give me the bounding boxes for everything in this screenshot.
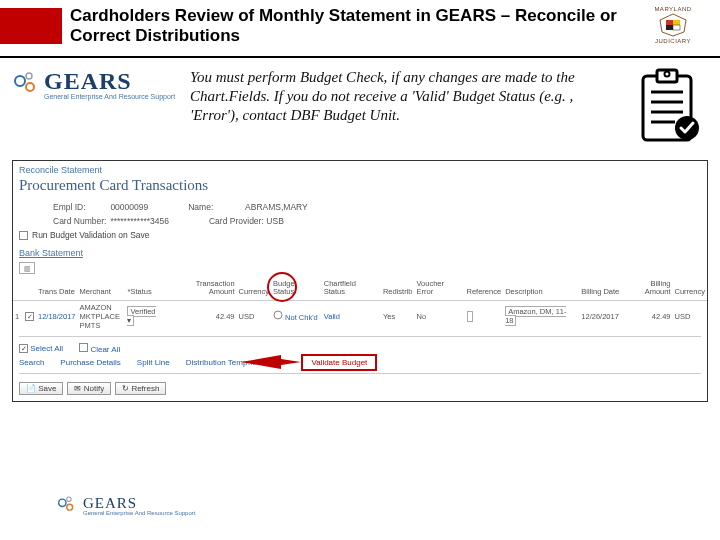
empl-id-label: Empl ID:	[53, 202, 108, 212]
col-redistrib: Redistrib	[381, 276, 415, 300]
slide-title: Cardholders Review of Monthly Statement …	[70, 6, 632, 45]
notify-button[interactable]: ✉ Notify	[67, 382, 111, 395]
svg-point-18	[67, 504, 73, 510]
run-budget-checkbox[interactable]	[19, 231, 28, 240]
card-provider-value: USB	[266, 216, 283, 226]
col-merchant: Merchant	[78, 276, 126, 300]
arrow-icon	[241, 352, 301, 372]
save-button[interactable]: 📄 Save	[19, 382, 63, 395]
col-voucher-error: Voucher Error	[415, 276, 465, 300]
bank-statement-link[interactable]: Bank Statement	[13, 244, 707, 260]
transactions-table: Trans Date Merchant *Status Transaction …	[13, 276, 707, 332]
row-trans-amt: 42.49	[166, 300, 236, 332]
col-currency: Currency	[237, 276, 271, 300]
card-provider-label: Card Provider:	[209, 216, 264, 226]
col-billing-amt: Billing Amount	[621, 276, 672, 300]
clear-all-checkbox[interactable]	[79, 343, 88, 352]
svg-rect-2	[666, 25, 673, 30]
seal-icon	[656, 12, 690, 38]
col-description: Description	[503, 276, 579, 300]
svg-marker-16	[241, 355, 301, 369]
split-line-link[interactable]: Split Line	[137, 358, 170, 367]
col-reference: Reference	[465, 276, 504, 300]
row-merchant: AMAZON MKTPLACE PMTS	[78, 300, 126, 332]
row-billing-date: 12/26/2017	[579, 300, 621, 332]
svg-point-4	[15, 76, 25, 86]
col-chartfield: Chartfield Status	[322, 276, 381, 300]
validate-budget-button[interactable]: Validate Budget	[301, 354, 377, 371]
maryland-judiciary-seal: MARYLAND JUDICIARY	[632, 6, 714, 52]
svg-rect-0	[666, 20, 673, 25]
gears-icon	[55, 494, 77, 516]
svg-rect-1	[673, 20, 680, 25]
row-budget-status[interactable]: Not Chk'd	[285, 313, 318, 322]
svg-point-17	[59, 499, 66, 506]
footer-gears-logo: GEARS General Enterprise And Resource Su…	[55, 494, 195, 516]
instruction-text: You must perform Budget Check, if any ch…	[190, 68, 630, 124]
row-trans-date[interactable]: 12/18/2017	[36, 300, 78, 332]
search-link[interactable]: Search	[19, 358, 44, 367]
grid-tab-icon[interactable]: ▥	[13, 260, 707, 276]
screenshot-panel: Reconcile Statement Procurement Card Tra…	[12, 160, 708, 402]
col-trans-amt: Transaction Amount	[166, 276, 236, 300]
select-all-checkbox[interactable]: ✓	[19, 344, 28, 353]
empl-id-value: 00000099	[110, 202, 148, 212]
card-number-label: Card Number:	[53, 216, 108, 226]
refresh-button[interactable]: ↻ Refresh	[115, 382, 166, 395]
svg-point-15	[274, 311, 282, 319]
seal-bottom-text: JUDICIARY	[655, 38, 691, 44]
budget-status-icon[interactable]	[273, 310, 283, 320]
table-row: 1 ✓ 12/18/2017 AMAZON MKTPLACE PMTS Veri…	[13, 300, 707, 332]
name-label: Name:	[188, 202, 243, 212]
col-billing-date: Billing Date	[579, 276, 621, 300]
row-currency: USD	[237, 300, 271, 332]
row-chartfield[interactable]: Valid	[322, 300, 381, 332]
status-select[interactable]: Verified ▾	[127, 306, 155, 326]
svg-point-5	[26, 83, 34, 91]
panel-heading: Procurement Card Transactions	[13, 177, 707, 200]
gears-brand: GEARS	[44, 68, 175, 95]
highlight-circle-icon	[267, 272, 297, 302]
row-index: 1	[13, 300, 23, 332]
name-value: ABRAMS,MARY	[245, 202, 308, 212]
reference-input[interactable]	[467, 311, 473, 322]
col-trans-date: Trans Date	[36, 276, 78, 300]
footer-subtitle: General Enterprise And Resource Support	[83, 510, 195, 516]
svg-point-19	[67, 497, 71, 501]
row-redistrib: Yes	[381, 300, 415, 332]
gears-icon	[10, 69, 40, 99]
row-checkbox[interactable]: ✓	[25, 312, 34, 321]
description-input[interactable]: Amazon, DM, 11-18	[505, 306, 566, 326]
clear-all-link[interactable]: Clear All	[90, 345, 120, 354]
card-number-value: ************3456	[110, 216, 169, 226]
clipboard-check-icon	[630, 68, 710, 148]
breadcrumb[interactable]: Reconcile Statement	[13, 161, 707, 177]
run-budget-label: Run Budget Validation on Save	[32, 230, 150, 240]
purchase-details-link[interactable]: Purchase Details	[60, 358, 120, 367]
svg-point-6	[26, 73, 32, 79]
svg-rect-3	[673, 25, 680, 30]
row-billing-amt: 42.49	[621, 300, 672, 332]
svg-point-9	[665, 72, 670, 77]
col-currency2: Currency	[673, 276, 708, 300]
select-all-link[interactable]: Select All	[30, 344, 63, 353]
gears-subtitle: General Enterprise And Resource Support	[44, 93, 175, 100]
row-voucher-error: No	[415, 300, 465, 332]
title-red-block	[0, 8, 62, 44]
gears-logo: GEARS General Enterprise And Resource Su…	[10, 68, 190, 100]
row-currency2: USD	[673, 300, 708, 332]
col-status: *Status	[125, 276, 166, 300]
